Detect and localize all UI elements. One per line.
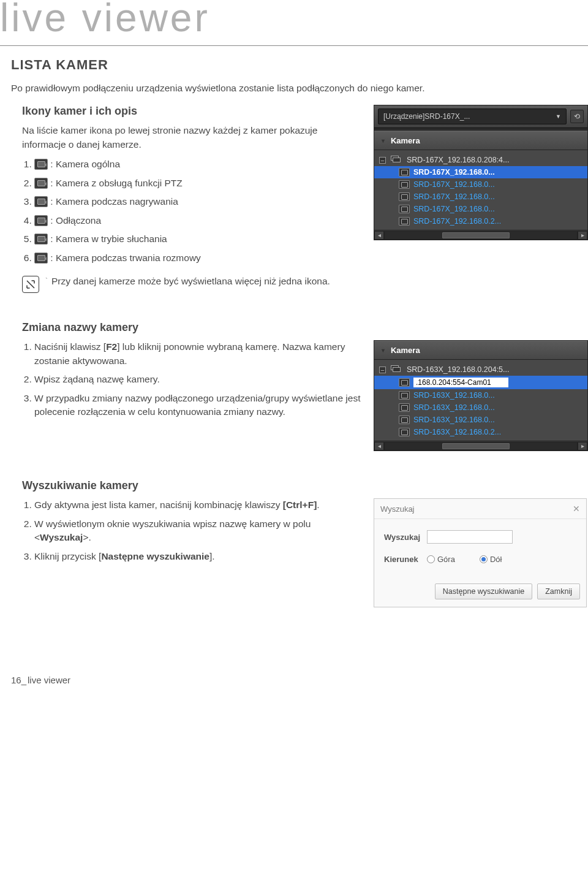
list-item: Wpisz żądaną nazwę kamery.: [34, 373, 363, 386]
camera-icon: [399, 192, 410, 201]
panel-section-label: Kamera: [391, 136, 420, 145]
list-item: : Odłączona: [34, 214, 363, 227]
tree-item[interactable]: SRD-167X_192.168.0.2...: [374, 215, 587, 227]
camera-icon: [399, 168, 410, 177]
tree-item[interactable]: SRD-163X_192.168.0...: [374, 401, 587, 414]
scroll-left-arrow[interactable]: ◂: [374, 442, 384, 450]
tree-item[interactable]: SRD-167X_192.168.0...: [374, 166, 587, 178]
collapse-icon[interactable]: −: [379, 157, 386, 164]
icons-subheading: Ikony kamer i ich opis: [22, 105, 363, 118]
tree-item-editing[interactable]: [374, 376, 587, 389]
tree-root-label: SRD-163X_192.168.0.204:5...: [407, 365, 509, 374]
icons-lead: Na liście kamer ikona po lewej stronie n…: [22, 124, 363, 151]
next-search-button[interactable]: Następne wyszukiwanie: [435, 583, 532, 599]
tree-item-label: SRD-167X_192.168.0...: [413, 168, 495, 177]
camera-icon: [399, 217, 410, 226]
radio-icon: [427, 555, 435, 563]
camera-icon: [399, 391, 410, 400]
close-icon[interactable]: ✕: [573, 504, 580, 514]
scroll-left-arrow[interactable]: ◂: [374, 231, 384, 240]
list-item-label: : Kamera podczas nagrywania: [50, 196, 178, 207]
camera-icon: [399, 416, 410, 424]
field-name: Wyszukaj: [40, 532, 83, 542]
camera-icon: [399, 378, 410, 387]
camera-general-icon: [34, 159, 48, 170]
title-divider: [0, 45, 588, 46]
tree-item[interactable]: SRD-163X_192.168.0...: [374, 389, 587, 401]
camera-ptz-icon: [34, 178, 48, 189]
list-item-label: : Kamera w trybie słuchania: [50, 234, 167, 244]
direction-label: Kierunek: [384, 555, 418, 564]
list-item: Naciśnij klawisz [F2] lub kliknij ponown…: [34, 340, 363, 368]
note-label: Przy danej kamerze może być wyświetlana …: [51, 276, 330, 286]
device-dropdown[interactable]: [Urządzenie]SRD-167X_... ▼: [378, 108, 567, 124]
list-item-label: : Kamera ogólna: [50, 159, 120, 169]
search-steps: Gdy aktywna jest lista kamer, naciśnij k…: [22, 498, 363, 563]
device-dropdown-label: [Urządzenie]SRD-167X_...: [383, 112, 470, 121]
list-item-label: : Odłączona: [50, 215, 101, 226]
chevron-down-icon: ▼: [556, 113, 561, 120]
camera-panel-1: [Urządzenie]SRD-167X_... ▼ ⟲ ▼ Kamera − …: [374, 105, 588, 240]
tree-item[interactable]: SRD-163X_192.168.0...: [374, 414, 587, 426]
panel-section-label: Kamera: [391, 346, 420, 355]
panel-section-header[interactable]: ▼ Kamera: [374, 131, 587, 150]
tree-item-label: SRD-163X_192.168.0.2...: [413, 428, 501, 436]
tree-item[interactable]: SRD-163X_192.168.0.2...: [374, 426, 587, 438]
page-title: live viewer: [0, 0, 588, 43]
list-item: W wyświetlonym oknie wyszukiwania wpisz …: [34, 517, 363, 545]
camera-tree: − SRD-167X_192.168.0.208:4... SRD-167X_1…: [374, 150, 587, 230]
radio-label: Dół: [490, 555, 502, 564]
rename-input[interactable]: [413, 378, 508, 387]
note-text: `Przy danej kamerze może być wyświetlana…: [45, 276, 330, 287]
horizontal-scrollbar[interactable]: ◂ ▸: [374, 230, 587, 240]
horizontal-scrollbar[interactable]: ◂ ▸: [374, 441, 587, 450]
tree-item-label: SRD-167X_192.168.0.2...: [413, 217, 501, 226]
tree-item[interactable]: SRD-167X_192.168.0...: [374, 203, 587, 215]
search-label: Wyszukaj: [384, 533, 418, 542]
tree-item-label: SRD-167X_192.168.0...: [413, 192, 495, 201]
list-item: : Kamera ogólna: [34, 158, 363, 171]
scroll-thumb[interactable]: [442, 232, 510, 238]
camera-icon: [399, 205, 410, 213]
tree-item[interactable]: SRD-167X_192.168.0...: [374, 191, 587, 203]
tree-item-label: SRD-163X_192.168.0...: [413, 391, 495, 400]
section-heading: LISTA KAMER: [11, 57, 588, 73]
key-ctrl-f: [Ctrl+F]: [283, 500, 317, 510]
camera-tree: − SRD-163X_192.168.0.204:5... SRD-163X_1…: [374, 360, 587, 441]
search-input[interactable]: [427, 530, 513, 544]
collapse-icon[interactable]: −: [379, 367, 386, 373]
scroll-right-arrow[interactable]: ▸: [578, 231, 587, 240]
tree-item[interactable]: SRD-167X_192.168.0...: [374, 178, 587, 191]
tree-item-label: SRD-163X_192.168.0...: [413, 403, 495, 412]
radio-up[interactable]: Góra: [427, 555, 455, 564]
scroll-track[interactable]: [384, 231, 578, 240]
list-item: W przypadku zmiany nazwy podłączonego ur…: [34, 392, 363, 419]
search-window-title: Wyszukaj: [380, 504, 415, 514]
rename-subheading: Zmiana nazwy kamery: [22, 321, 588, 334]
note-icon: [22, 276, 39, 293]
tree-item-label: SRD-167X_192.168.0...: [413, 205, 495, 213]
list-item: : Kamera z obsługą funkcji PTZ: [34, 177, 363, 190]
tree-root[interactable]: − SRD-163X_192.168.0.204:5...: [374, 363, 587, 376]
intro-text: Po prawidłowym podłączeniu urządzenia wy…: [11, 82, 588, 95]
list-item: Gdy aktywna jest lista kamer, naciśnij k…: [34, 498, 363, 512]
chevron-down-icon: ▼: [380, 138, 386, 144]
scroll-thumb[interactable]: [442, 443, 510, 449]
search-titlebar: Wyszukaj ✕: [374, 499, 586, 519]
scroll-right-arrow[interactable]: ▸: [578, 442, 587, 450]
panel-section-header[interactable]: ▼ Kamera: [374, 341, 587, 360]
search-window: Wyszukaj ✕ Wyszukaj Kierunek: [374, 498, 587, 607]
list-item-label: : Kamera podczas trwania rozmowy: [50, 253, 201, 263]
list-item: Kliknij przycisk [Następne wyszukiwanie]…: [34, 550, 363, 563]
close-button[interactable]: Zamknij: [537, 583, 580, 599]
refresh-button[interactable]: ⟲: [570, 110, 584, 123]
chevron-down-icon: ▼: [380, 348, 386, 354]
device-icon: [391, 365, 402, 374]
tree-root[interactable]: − SRD-167X_192.168.0.208:4...: [374, 154, 587, 166]
camera-recording-icon: [34, 196, 48, 207]
camera-icon: [399, 403, 410, 412]
radio-down[interactable]: Dół: [480, 555, 502, 564]
key-f2: F2: [106, 341, 117, 352]
page-number: 16_: [11, 675, 26, 685]
scroll-track[interactable]: [384, 442, 578, 450]
